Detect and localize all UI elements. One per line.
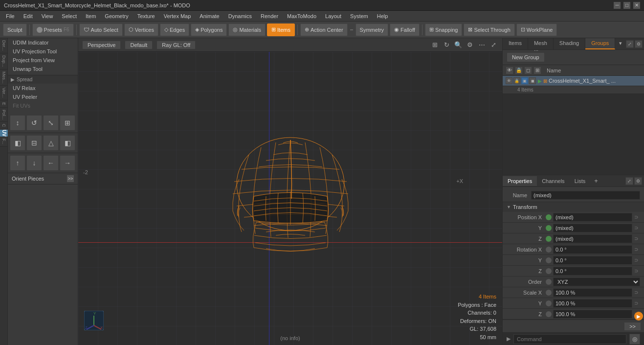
scale-z-input[interactable] [553, 310, 632, 319]
command-run-button[interactable]: ◎ [629, 334, 640, 345]
menu-dynamics[interactable]: Dynamics [224, 12, 256, 20]
fit-uvs-tool[interactable]: Fit UVs [8, 101, 78, 110]
tool-icon-rotate[interactable]: ↺ [26, 115, 42, 131]
rotation-z-link-btn[interactable]: ⊃ [632, 267, 640, 275]
perspective-button[interactable]: Perspective [82, 41, 121, 49]
menu-animate[interactable]: Animate [196, 12, 223, 20]
menu-texture[interactable]: Texture [133, 12, 159, 20]
uv-projection-tool[interactable]: UV Projection Tool [8, 47, 78, 56]
tab-shading[interactable]: Shading [554, 38, 585, 49]
tool-icon-up[interactable]: ↑ [10, 155, 25, 171]
props-more-button[interactable]: >> [624, 322, 641, 331]
props-expand-button[interactable]: ⤢ [625, 177, 633, 185]
position-y-input[interactable] [553, 224, 632, 232]
gi-box-icon[interactable]: ◼ [529, 77, 536, 84]
vert-label-f[interactable]: F... [0, 137, 7, 147]
vp-icon-refresh[interactable]: ↻ [442, 40, 451, 50]
gi-render-icon[interactable]: ▣ [521, 77, 528, 84]
maximize-button[interactable]: □ [623, 2, 630, 9]
vert-label-vert[interactable]: Ver... [0, 86, 7, 100]
items-button[interactable]: ⊞ Items [267, 23, 295, 36]
props-gear-button[interactable]: ⚙ [634, 177, 642, 185]
tool-icon-right[interactable]: → [60, 155, 75, 171]
vp-expand-button[interactable]: ⤢ [489, 40, 498, 50]
position-z-link-btn[interactable]: ⊃ [632, 235, 640, 243]
tool-icon-left[interactable]: ← [43, 155, 59, 171]
list-icon-grid[interactable]: ⊞ [533, 67, 541, 74]
vert-label-mes[interactable]: Mes... [0, 69, 7, 86]
vp-icon-grid[interactable]: ⊞ [430, 40, 440, 50]
menu-vertex-map[interactable]: Vertex Map [160, 12, 195, 20]
order-select[interactable]: XYZ [553, 277, 640, 286]
panel-gear-button[interactable]: ⚙ [635, 40, 643, 48]
menu-select[interactable]: Select [58, 12, 81, 20]
vp-icon-settings[interactable]: ⚙ [465, 40, 475, 50]
default-button[interactable]: Default [125, 41, 153, 49]
tool-icon-scale[interactable]: ⤡ [43, 115, 59, 131]
select-through-button[interactable]: ⊠ Select Through [464, 23, 514, 36]
uv-relax-tool[interactable]: UV Relax [8, 84, 78, 92]
position-z-input[interactable] [553, 234, 632, 243]
transform-section-header[interactable]: ▼ Transform [503, 202, 644, 212]
project-from-view[interactable]: Project from View [8, 56, 78, 65]
menu-file[interactable]: File [2, 12, 19, 20]
name-input[interactable] [531, 191, 640, 200]
menu-layout[interactable]: Layout [321, 12, 345, 20]
vert-label-c[interactable]: C [0, 122, 7, 130]
rotation-y-input[interactable] [553, 256, 632, 265]
minimize-button[interactable]: ─ [614, 2, 621, 9]
list-icon-eye[interactable]: 👁 [506, 67, 513, 74]
rotation-x-link-btn[interactable]: ⊃ [632, 246, 640, 253]
rotation-y-link-btn[interactable]: ⊃ [632, 256, 640, 264]
scale-x-input[interactable] [553, 288, 632, 297]
materials-button[interactable]: ◎ Materials [228, 23, 266, 36]
vert-label-dup[interactable]: Dup... [0, 53, 7, 69]
edges-button[interactable]: ◇ Edges [160, 23, 189, 36]
viewport-canvas[interactable]: -2 +X 4 Items Polygons : Face Channels: … [78, 52, 502, 345]
vp-icon-more[interactable]: ⋯ [477, 40, 487, 50]
tool-icon-select4[interactable]: ◧ [60, 135, 75, 151]
vert-label-pol[interactable]: Pol... [0, 108, 7, 122]
uv-peeler-tool[interactable]: UV Peeler [8, 92, 78, 101]
menu-view[interactable]: View [38, 12, 57, 20]
command-input[interactable] [513, 334, 626, 344]
new-group-button[interactable]: New Group [507, 52, 545, 62]
position-y-link-btn[interactable]: ⊃ [632, 224, 640, 232]
tool-icon-down[interactable]: ↓ [26, 155, 42, 171]
polygons-button[interactable]: ◈ Polygons [191, 23, 227, 36]
menu-edit[interactable]: Edit [20, 12, 37, 20]
scale-x-link-btn[interactable]: ⊃ [632, 289, 640, 297]
props-tab-channels[interactable]: Channels [537, 176, 569, 186]
position-x-input[interactable] [553, 213, 632, 222]
tool-icon-select3[interactable]: △ [43, 135, 59, 151]
tab-items[interactable]: Items [503, 38, 528, 49]
rotation-z-input[interactable] [553, 267, 632, 276]
vert-label-der[interactable]: Der... [0, 38, 7, 53]
menu-help[interactable]: Help [373, 12, 392, 20]
props-add-button[interactable]: + [590, 175, 602, 186]
menu-item[interactable]: Item [82, 12, 100, 20]
props-tab-properties[interactable]: Properties [503, 176, 537, 186]
tool-icon-move[interactable]: ↕ [10, 115, 25, 131]
menu-render[interactable]: Render [257, 12, 282, 20]
vert-label-e[interactable]: E [0, 100, 7, 108]
auto-select-button[interactable]: 🛡 Auto Select [79, 23, 123, 36]
close-button[interactable]: ✕ [633, 2, 640, 9]
group-item[interactable]: 👁 🔒 ▣ ◼ ▶ ⊠ CrossHelmet_X1_Smart_ ... [503, 76, 644, 86]
spread-group[interactable]: ▶ Spread [8, 75, 78, 84]
workplane-button[interactable]: ⊡ WorkPlane [516, 23, 557, 36]
symmetry-button[interactable]: Symmetry [355, 23, 389, 36]
tab-mesh[interactable]: Mesh ... [528, 38, 554, 49]
tab-groups[interactable]: Groups [585, 38, 615, 49]
scale-y-link-btn[interactable]: ⊃ [632, 299, 640, 307]
gi-eye-icon[interactable]: 👁 [506, 77, 512, 84]
gi-lock-icon[interactable]: 🔒 [513, 77, 520, 84]
panel-expand-button[interactable]: ⤢ [626, 40, 634, 48]
rotation-x-input[interactable] [553, 245, 632, 254]
tool-icon-select2[interactable]: ⊟ [26, 135, 42, 151]
unwrap-tool[interactable]: Unwrap Tool [8, 65, 78, 73]
menu-maxtomodo[interactable]: MaxToModo [283, 12, 320, 20]
uv-mode-indicator[interactable]: UV [0, 130, 8, 137]
presets-button[interactable]: Presets F6 [32, 23, 74, 36]
falloff-button[interactable]: ◉ Falloff [390, 23, 420, 36]
